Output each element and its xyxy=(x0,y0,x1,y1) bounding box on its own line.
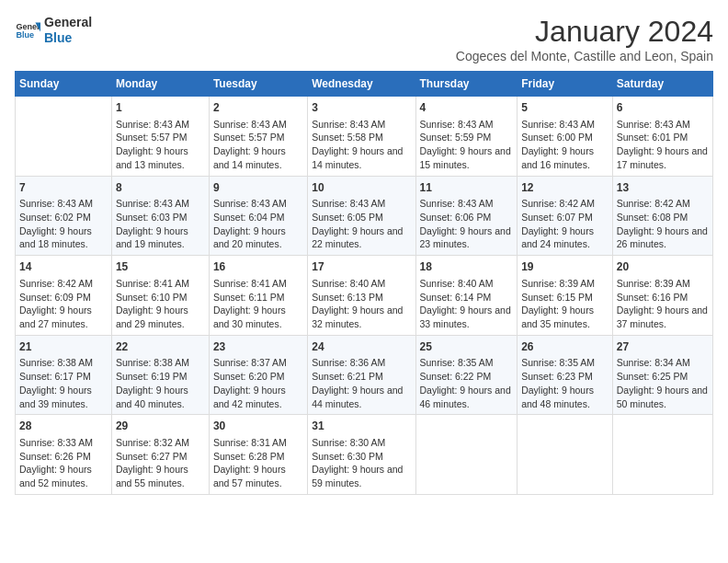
daylight-info: Daylight: 9 hours and 14 minutes. xyxy=(213,144,303,171)
daylight-info: Daylight: 9 hours and 26 minutes. xyxy=(617,224,709,251)
sunset-info: Sunset: 6:21 PM xyxy=(312,370,411,384)
day-number: 28 xyxy=(19,419,108,434)
daylight-info: Daylight: 9 hours and 15 minutes. xyxy=(420,144,514,171)
daylight-info: Daylight: 9 hours and 46 minutes. xyxy=(420,384,514,410)
sunrise-info: Sunrise: 8:43 AM xyxy=(116,197,205,211)
day-number: 31 xyxy=(312,419,411,434)
calendar-cell: 24 Sunrise: 8:36 AM Sunset: 6:21 PM Dayl… xyxy=(308,335,415,415)
daylight-info: Daylight: 9 hours and 16 minutes. xyxy=(521,144,609,171)
svg-text:Blue: Blue xyxy=(16,30,34,40)
sunrise-info: Sunrise: 8:43 AM xyxy=(19,197,108,211)
sunset-info: Sunset: 6:00 PM xyxy=(521,131,609,144)
day-number: 11 xyxy=(420,180,514,196)
day-number: 8 xyxy=(116,180,205,196)
sunset-info: Sunset: 6:06 PM xyxy=(420,211,514,224)
daylight-info: Daylight: 9 hours and 37 minutes. xyxy=(617,304,709,330)
calendar-cell xyxy=(612,415,712,495)
daylight-info: Daylight: 9 hours and 29 minutes. xyxy=(116,304,205,330)
calendar-cell: 12 Sunrise: 8:42 AM Sunset: 6:07 PM Dayl… xyxy=(518,176,613,256)
daylight-info: Daylight: 9 hours and 19 minutes. xyxy=(116,224,205,251)
sunrise-info: Sunrise: 8:43 AM xyxy=(312,197,411,211)
column-header-monday: Monday xyxy=(111,72,209,97)
day-number: 16 xyxy=(213,259,303,275)
day-number: 10 xyxy=(312,180,411,196)
logo-icon: General Blue xyxy=(15,17,40,43)
sunset-info: Sunset: 6:15 PM xyxy=(521,291,609,304)
week-row: 21 Sunrise: 8:38 AM Sunset: 6:17 PM Dayl… xyxy=(16,335,713,415)
calendar-cell: 30 Sunrise: 8:31 AM Sunset: 6:28 PM Dayl… xyxy=(209,415,307,495)
calendar-table: SundayMondayTuesdayWednesdayThursdayFrid… xyxy=(15,71,713,495)
sunrise-info: Sunrise: 8:35 AM xyxy=(420,356,514,370)
day-number: 9 xyxy=(213,180,303,196)
sunset-info: Sunset: 6:25 PM xyxy=(617,370,709,384)
calendar-cell: 17 Sunrise: 8:40 AM Sunset: 6:13 PM Dayl… xyxy=(308,256,415,336)
calendar-cell: 1 Sunrise: 8:43 AM Sunset: 5:57 PM Dayli… xyxy=(111,97,209,177)
sunset-info: Sunset: 6:28 PM xyxy=(213,450,303,464)
column-header-wednesday: Wednesday xyxy=(308,72,415,97)
calendar-cell: 21 Sunrise: 8:38 AM Sunset: 6:17 PM Dayl… xyxy=(16,335,112,415)
daylight-info: Daylight: 9 hours and 44 minutes. xyxy=(312,384,411,410)
sunrise-info: Sunrise: 8:34 AM xyxy=(617,356,709,370)
daylight-info: Daylight: 9 hours and 13 minutes. xyxy=(116,144,205,171)
sunrise-info: Sunrise: 8:32 AM xyxy=(116,436,205,450)
sunset-info: Sunset: 5:57 PM xyxy=(116,131,205,144)
daylight-info: Daylight: 9 hours and 33 minutes. xyxy=(420,304,514,330)
sunset-info: Sunset: 5:58 PM xyxy=(312,131,411,144)
sunset-info: Sunset: 6:08 PM xyxy=(617,211,709,224)
calendar-cell xyxy=(16,97,112,177)
sunset-info: Sunset: 5:59 PM xyxy=(420,131,514,144)
calendar-cell: 20 Sunrise: 8:39 AM Sunset: 6:16 PM Dayl… xyxy=(612,256,712,336)
sunset-info: Sunset: 6:11 PM xyxy=(213,291,303,304)
calendar-cell: 9 Sunrise: 8:43 AM Sunset: 6:04 PM Dayli… xyxy=(209,176,307,256)
daylight-info: Daylight: 9 hours and 14 minutes. xyxy=(312,144,411,171)
daylight-info: Daylight: 9 hours and 59 minutes. xyxy=(312,463,411,489)
calendar-cell: 5 Sunrise: 8:43 AM Sunset: 6:00 PM Dayli… xyxy=(518,97,613,177)
day-number: 27 xyxy=(617,339,709,355)
sunset-info: Sunset: 6:04 PM xyxy=(213,211,303,224)
week-row: 14 Sunrise: 8:42 AM Sunset: 6:09 PM Dayl… xyxy=(16,256,713,336)
calendar-cell: 18 Sunrise: 8:40 AM Sunset: 6:14 PM Dayl… xyxy=(415,256,518,336)
day-number: 17 xyxy=(312,259,411,275)
daylight-info: Daylight: 9 hours and 22 minutes. xyxy=(312,224,411,251)
sunset-info: Sunset: 6:03 PM xyxy=(116,211,205,224)
sunrise-info: Sunrise: 8:42 AM xyxy=(19,277,108,291)
sunrise-info: Sunrise: 8:43 AM xyxy=(213,197,303,211)
sunrise-info: Sunrise: 8:30 AM xyxy=(312,436,411,450)
day-number: 12 xyxy=(521,180,609,196)
day-number: 4 xyxy=(420,100,514,116)
sunrise-info: Sunrise: 8:39 AM xyxy=(617,277,709,291)
day-number: 30 xyxy=(213,419,303,434)
sunset-info: Sunset: 6:20 PM xyxy=(213,370,303,384)
week-row: 28 Sunrise: 8:33 AM Sunset: 6:26 PM Dayl… xyxy=(16,415,713,495)
sunrise-info: Sunrise: 8:40 AM xyxy=(420,277,514,291)
sunrise-info: Sunrise: 8:43 AM xyxy=(420,118,514,132)
day-number: 21 xyxy=(19,339,108,355)
day-number: 23 xyxy=(213,339,303,355)
sunrise-info: Sunrise: 8:40 AM xyxy=(312,277,411,291)
daylight-info: Daylight: 9 hours and 18 minutes. xyxy=(19,224,108,251)
calendar-cell: 2 Sunrise: 8:43 AM Sunset: 5:57 PM Dayli… xyxy=(209,97,307,177)
day-number: 25 xyxy=(420,339,514,355)
calendar-cell: 26 Sunrise: 8:35 AM Sunset: 6:23 PM Dayl… xyxy=(518,335,613,415)
sunset-info: Sunset: 6:19 PM xyxy=(116,370,205,384)
daylight-info: Daylight: 9 hours and 42 minutes. xyxy=(213,384,303,410)
daylight-info: Daylight: 9 hours and 40 minutes. xyxy=(116,384,205,410)
day-number: 22 xyxy=(116,339,205,355)
sunset-info: Sunset: 6:27 PM xyxy=(116,450,205,464)
daylight-info: Daylight: 9 hours and 17 minutes. xyxy=(617,144,709,171)
day-number: 29 xyxy=(116,419,205,434)
sunrise-info: Sunrise: 8:38 AM xyxy=(19,356,108,370)
day-number: 5 xyxy=(521,100,609,116)
sunrise-info: Sunrise: 8:43 AM xyxy=(521,118,609,132)
day-number: 13 xyxy=(617,180,709,196)
sunrise-info: Sunrise: 8:41 AM xyxy=(213,277,303,291)
sunset-info: Sunset: 6:09 PM xyxy=(19,291,108,304)
sunrise-info: Sunrise: 8:39 AM xyxy=(521,277,609,291)
sunrise-info: Sunrise: 8:43 AM xyxy=(420,197,514,211)
daylight-info: Daylight: 9 hours and 48 minutes. xyxy=(521,384,609,410)
sunrise-info: Sunrise: 8:38 AM xyxy=(116,356,205,370)
sunrise-info: Sunrise: 8:42 AM xyxy=(617,197,709,211)
logo-general: General xyxy=(44,15,92,30)
calendar-cell: 7 Sunrise: 8:43 AM Sunset: 6:02 PM Dayli… xyxy=(16,176,112,256)
daylight-info: Daylight: 9 hours and 35 minutes. xyxy=(521,304,609,330)
